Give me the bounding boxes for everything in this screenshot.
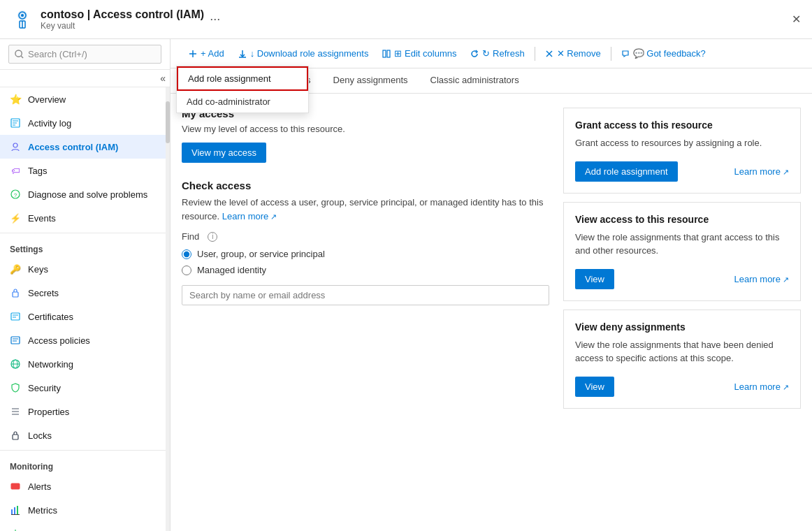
view-deny-learn-more[interactable]: Learn more bbox=[734, 381, 789, 392]
my-access-desc: View my level of access to this resource… bbox=[182, 124, 549, 134]
svg-rect-33 bbox=[11, 514, 20, 515]
find-info-icon[interactable]: i bbox=[208, 232, 217, 242]
feedback-button[interactable]: 💬 Got feedback? bbox=[614, 45, 713, 62]
diagnose-icon: ? bbox=[10, 189, 21, 200]
sidebar-item-diagnose[interactable]: ? Diagnose and solve problems bbox=[0, 182, 170, 206]
app-icon bbox=[11, 8, 34, 31]
sidebar-item-overview[interactable]: ⭐ Overview bbox=[0, 87, 170, 111]
networking-icon bbox=[10, 358, 21, 370]
svg-rect-27 bbox=[13, 435, 18, 439]
view-deny-card-desc: View the role assignments that have been… bbox=[575, 338, 789, 365]
check-access-search[interactable] bbox=[182, 285, 549, 305]
tab-label-classic-administrators: Classic administrators bbox=[430, 75, 519, 85]
add-co-admin-label: Add co-administrator bbox=[187, 96, 270, 107]
collapse-button[interactable]: « bbox=[160, 73, 166, 84]
alerts-icon bbox=[10, 481, 21, 492]
toolbar-separator-2 bbox=[611, 47, 611, 61]
tab-deny-assignments[interactable]: Deny assignments bbox=[322, 68, 419, 93]
feedback-label: 💬 Got feedback? bbox=[633, 48, 706, 59]
monitoring-section-label: Monitoring bbox=[0, 453, 170, 474]
sidebar-label-diagnostic-settings: Diagnostic settings bbox=[28, 529, 104, 532]
dropdown-add-co-admin[interactable]: Add co-administrator bbox=[177, 91, 308, 112]
svg-line-6 bbox=[21, 56, 23, 58]
svg-rect-14 bbox=[13, 292, 18, 297]
sidebar-label-alerts: Alerts bbox=[28, 481, 51, 492]
sidebar-item-locks[interactable]: Locks bbox=[0, 423, 170, 447]
add-button[interactable]: + Add bbox=[182, 45, 231, 62]
sidebar-item-certificates[interactable]: Certificates bbox=[0, 305, 170, 328]
activity-log-icon bbox=[10, 117, 21, 129]
radio-managed-identity-label: Managed identity bbox=[197, 265, 266, 275]
metrics-icon bbox=[10, 504, 21, 516]
refresh-icon bbox=[470, 50, 479, 58]
view-access-card-title: View access to this resource bbox=[575, 214, 789, 225]
sidebar-scroll: ⭐ Overview Activity log Access control (… bbox=[0, 87, 170, 531]
radio-managed-identity-input[interactable] bbox=[182, 266, 191, 275]
certificates-icon bbox=[10, 311, 21, 322]
edit-columns-icon bbox=[382, 50, 391, 58]
tags-icon: 🏷 bbox=[10, 165, 21, 176]
sidebar-item-tags[interactable]: 🏷 Tags bbox=[0, 159, 170, 182]
refresh-button[interactable]: ↻ Refresh bbox=[463, 45, 531, 62]
search-box[interactable]: Search (Ctrl+/) bbox=[0, 39, 170, 70]
radio-user-group[interactable]: User, group, or service principal bbox=[182, 249, 549, 259]
view-deny-button[interactable]: View bbox=[575, 377, 614, 397]
sidebar-item-metrics[interactable]: Metrics bbox=[0, 498, 170, 522]
svg-text:?: ? bbox=[14, 192, 17, 198]
overview-icon: ⭐ bbox=[10, 94, 21, 105]
sidebar-label-diagnose: Diagnose and solve problems bbox=[28, 189, 147, 200]
sidebar: Search (Ctrl+/) « ⭐ Overview Activity lo… bbox=[0, 39, 171, 531]
sidebar-item-properties[interactable]: Properties bbox=[0, 400, 170, 423]
keys-icon: 🔑 bbox=[10, 263, 21, 275]
sidebar-item-secrets[interactable]: Secrets bbox=[0, 281, 170, 305]
close-button[interactable]: ✕ bbox=[792, 13, 801, 26]
check-access-section: Check access Review the level of access … bbox=[182, 180, 549, 305]
toolbar-separator-1 bbox=[535, 47, 535, 61]
grant-access-card-footer: Add role assignment Learn more bbox=[575, 161, 789, 182]
add-role-assignment-button[interactable]: Add role assignment bbox=[575, 161, 678, 182]
sidebar-item-security[interactable]: Security bbox=[0, 376, 170, 400]
view-deny-card: View deny assignments View the role assi… bbox=[563, 310, 801, 409]
dropdown-add-role-assignment[interactable]: Add role assignment bbox=[177, 66, 308, 91]
sidebar-item-diagnostic-settings[interactable]: Diagnostic settings bbox=[0, 522, 170, 531]
download-button[interactable]: ↓ Download role assignments bbox=[231, 45, 376, 62]
tab-classic-administrators[interactable]: Classic administrators bbox=[419, 68, 530, 93]
svg-rect-47 bbox=[387, 50, 390, 57]
main-layout: Search (Ctrl+/) « ⭐ Overview Activity lo… bbox=[0, 39, 812, 531]
svg-rect-46 bbox=[383, 50, 386, 57]
sidebar-label-tags: Tags bbox=[28, 166, 47, 176]
sidebar-label-overview: Overview bbox=[28, 94, 66, 105]
sidebar-item-events[interactable]: ⚡ Events bbox=[0, 206, 170, 230]
sidebar-item-access-control[interactable]: Access control (IAM) bbox=[0, 135, 170, 159]
sidebar-label-properties: Properties bbox=[28, 407, 69, 417]
sidebar-item-access-policies[interactable]: Access policies bbox=[0, 328, 170, 352]
grant-access-learn-more[interactable]: Learn more bbox=[734, 166, 789, 177]
view-access-button[interactable]: View bbox=[575, 269, 614, 289]
svg-rect-32 bbox=[17, 506, 18, 514]
find-label: Find bbox=[182, 231, 199, 242]
sidebar-item-networking[interactable]: Networking bbox=[0, 352, 170, 376]
security-icon bbox=[10, 382, 21, 393]
edit-columns-label: ⊞ Edit columns bbox=[394, 48, 456, 59]
sidebar-label-activity-log: Activity log bbox=[28, 118, 71, 129]
radio-group: User, group, or service principal Manage… bbox=[182, 249, 549, 275]
view-access-learn-more[interactable]: Learn more bbox=[734, 274, 789, 284]
toolbar: + Add ↓ Download role assignments ⊞ Edit… bbox=[171, 39, 812, 68]
remove-button[interactable]: ✕ Remove bbox=[538, 45, 608, 62]
edit-columns-button[interactable]: ⊞ Edit columns bbox=[375, 45, 463, 62]
sidebar-item-activity-log[interactable]: Activity log bbox=[0, 111, 170, 135]
svg-rect-31 bbox=[14, 507, 15, 514]
view-my-access-button[interactable]: View my access bbox=[182, 143, 266, 163]
sidebar-item-alerts[interactable]: Alerts bbox=[0, 474, 170, 498]
check-access-learn-more[interactable]: Learn more bbox=[222, 211, 277, 221]
remove-label: ✕ Remove bbox=[557, 48, 601, 59]
search-input[interactable]: Search (Ctrl+/) bbox=[8, 45, 161, 64]
radio-managed-identity[interactable]: Managed identity bbox=[182, 265, 549, 275]
header-subtitle: Key vault bbox=[41, 21, 204, 31]
add-icon bbox=[189, 50, 197, 58]
sidebar-item-keys[interactable]: 🔑 Keys bbox=[0, 257, 170, 281]
header-text: contoso | Access control (IAM) Key vault bbox=[41, 8, 204, 31]
svg-rect-30 bbox=[11, 509, 13, 514]
radio-user-group-input[interactable] bbox=[182, 249, 191, 259]
more-button[interactable]: ··· bbox=[210, 12, 220, 27]
